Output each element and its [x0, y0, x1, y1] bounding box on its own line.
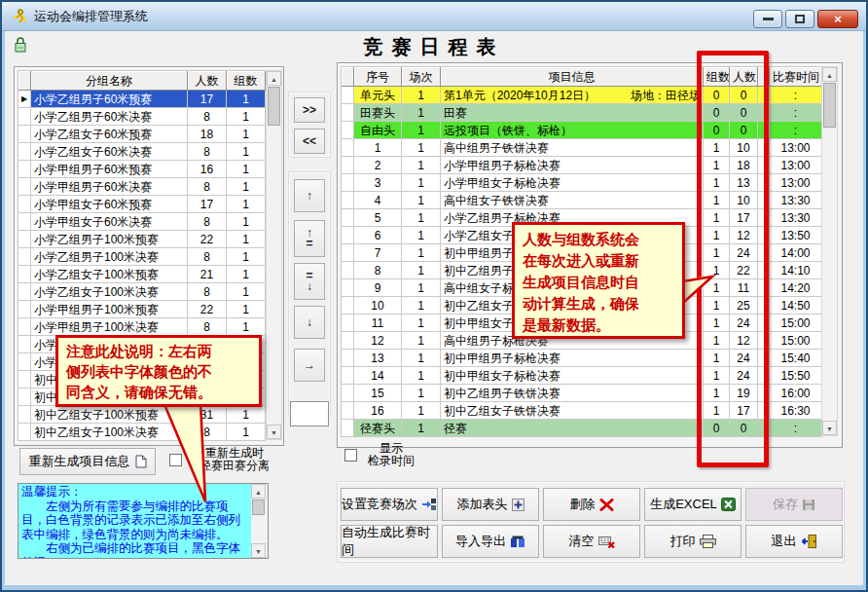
- import-export-icon: [510, 536, 525, 548]
- show-checkin-time-checkbox[interactable]: [344, 449, 357, 462]
- regenerate-button[interactable]: 重新生成项目信息: [19, 448, 156, 475]
- excel-icon: [721, 498, 736, 511]
- table-row[interactable]: 小学甲组女子60米决赛81: [18, 213, 266, 231]
- table-row[interactable]: 小学乙组男子60米决赛81: [18, 108, 266, 126]
- order-input[interactable]: [290, 401, 329, 426]
- tip-box: 温馨提示： 左侧为所有需要参与编排的比赛项目，白色背景的记录表示已添加至右侧列表…: [18, 483, 269, 559]
- scroll-down-icon[interactable]: ▼: [267, 425, 281, 439]
- scrollbar-thumb[interactable]: [268, 87, 280, 126]
- table-row[interactable]: 小学乙组女子100米预赛211: [18, 266, 266, 283]
- delete-button[interactable]: 删除: [543, 488, 640, 521]
- scroll-down-icon[interactable]: ▼: [822, 421, 837, 435]
- titlebar: 运动会编排管理系统 ×: [2, 2, 866, 31]
- save-icon: [802, 499, 815, 511]
- import-export-button[interactable]: 导入导出: [442, 525, 539, 558]
- button-label: 删除: [570, 496, 596, 513]
- button-label: 添加表头: [457, 496, 508, 513]
- minimize-button[interactable]: [753, 10, 782, 28]
- table-row[interactable]: 小学乙组男子100米预赛221: [18, 231, 266, 248]
- delete-icon: [599, 499, 614, 511]
- left-table-scrollbar[interactable]: ▲ ▼: [266, 70, 282, 440]
- table-row[interactable]: 初中乙组女子100米预赛311: [18, 406, 266, 424]
- button-label: 导入导出: [455, 533, 506, 550]
- button-label: 保存: [773, 496, 798, 513]
- table-row[interactable]: 小学乙组女子60米决赛81: [18, 143, 266, 161]
- maximize-icon: [795, 15, 805, 23]
- table-row[interactable]: 小学甲组男子100米决赛81: [18, 318, 266, 336]
- table-row[interactable]: 小学甲组男子60米决赛81: [18, 178, 266, 196]
- separate-track-field-label: 重新生成时 径赛田赛分离: [185, 447, 284, 472]
- left-table-header: 分组名称人数组数: [18, 71, 266, 91]
- close-icon: ×: [834, 12, 842, 26]
- column-header: 场次: [402, 67, 441, 87]
- table-row[interactable]: 小学甲组男子100米预赛221: [18, 301, 266, 318]
- scroll-up-icon[interactable]: ▲: [251, 484, 266, 499]
- scroll-up-icon[interactable]: ▲: [822, 67, 837, 82]
- move-up-button[interactable]: ↑: [294, 179, 325, 212]
- actions-row2: 自动生成比赛时间导入导出清空打印退出: [341, 525, 843, 558]
- button-label: 清空: [569, 533, 595, 550]
- print-icon: [700, 535, 716, 548]
- move-all-left-button[interactable]: <<: [294, 129, 325, 154]
- add-header-icon: [512, 499, 524, 511]
- scroll-up-icon[interactable]: ▲: [267, 71, 281, 86]
- move-right-button[interactable]: →: [294, 349, 325, 382]
- column-header: 比赛时间: [770, 67, 822, 87]
- actions-row1: 设置竞赛场次添加表头删除生成EXCEL保存: [341, 488, 843, 521]
- window-frame-left: [2, 31, 5, 590]
- close-button[interactable]: ×: [817, 10, 858, 28]
- exit-button[interactable]: 退出: [745, 525, 843, 558]
- callout-counts-note: 人数与组数系统会 在每次进入或重新 生成项目信息时自 动计算生成，确保 是最新数…: [512, 222, 685, 339]
- button-label: 退出: [772, 533, 797, 550]
- button-label: 打印: [670, 533, 696, 550]
- button-label: 自动生成比赛时间: [342, 524, 437, 559]
- move-all-right-button[interactable]: >>: [294, 97, 325, 123]
- column-header: 人数: [188, 71, 227, 91]
- move-to-bottom-button[interactable]: = ↓: [294, 263, 325, 300]
- table-row[interactable]: 小学乙组男子100米决赛81: [18, 248, 266, 266]
- callout-list-note: 注意此处说明：左右两 侧列表中字体颜色的不 同含义，请确保无错。: [55, 335, 262, 407]
- table-row[interactable]: ▶小学乙组男子60米预赛171: [18, 91, 266, 108]
- button-label: 设置竞赛场次: [342, 496, 417, 513]
- app-window: 运动会编排管理系统 × 竞赛日程表 分组名称人数组数▶小学乙组男子60米预赛17…: [0, 0, 868, 592]
- clear-button[interactable]: 清空: [543, 525, 640, 558]
- page-icon: [135, 455, 147, 468]
- app-person-icon: [12, 9, 27, 24]
- button-label: 生成EXCEL: [650, 496, 717, 513]
- scroll-down-icon[interactable]: ▼: [251, 543, 266, 558]
- show-checkin-time-label: 显示 检录时间: [360, 442, 422, 467]
- add-header-button[interactable]: 添加表头: [442, 488, 539, 521]
- table-row[interactable]: 初中乙组女子100米决赛81: [18, 424, 266, 441]
- column-header: 分组名称: [31, 71, 188, 91]
- auto-time-button[interactable]: 自动生成比赛时间: [341, 525, 438, 558]
- column-header: 组数: [227, 71, 266, 91]
- move-to-top-button[interactable]: ↑ =: [294, 220, 325, 257]
- move-down-button[interactable]: ↓: [294, 306, 325, 339]
- column-header: 项目信息: [441, 67, 704, 87]
- highlight-rect: [697, 51, 769, 467]
- clear-icon: [598, 536, 615, 548]
- set-sessions-button[interactable]: 设置竞赛场次: [341, 488, 438, 521]
- table-row[interactable]: 小学甲组男子60米预赛161: [18, 161, 266, 178]
- table-row[interactable]: 小学乙组女子100米决赛81: [18, 283, 266, 301]
- regenerate-button-label: 重新生成项目信息: [29, 453, 130, 470]
- save-button[interactable]: 保存: [745, 488, 843, 521]
- sessions-icon: [421, 498, 437, 511]
- window-frame-right: [863, 31, 866, 590]
- minimize-icon: [763, 18, 774, 20]
- exit-icon: [801, 535, 817, 548]
- tip-scrollbar[interactable]: ▲ ▼: [251, 484, 268, 558]
- column-header: 序号: [354, 67, 402, 87]
- window-frame-bottom: [2, 585, 866, 590]
- scrollbar-thumb[interactable]: [823, 83, 836, 128]
- window-title: 运动会编排管理系统: [34, 8, 148, 25]
- excel-button[interactable]: 生成EXCEL: [644, 488, 741, 521]
- scrollbar-thumb[interactable]: [252, 500, 265, 515]
- maximize-button[interactable]: [785, 10, 814, 28]
- table-row[interactable]: 小学甲组女子60米预赛171: [18, 196, 266, 213]
- tip-text: 温馨提示： 左侧为所有需要参与编排的比赛项目，白色背景的记录表示已添加至右侧列表…: [21, 485, 247, 559]
- right-table-scrollbar[interactable]: ▲ ▼: [821, 66, 838, 436]
- separate-track-field-checkbox[interactable]: [169, 454, 182, 466]
- table-row[interactable]: 小学乙组女子60米预赛181: [18, 126, 266, 143]
- print-button[interactable]: 打印: [644, 525, 741, 558]
